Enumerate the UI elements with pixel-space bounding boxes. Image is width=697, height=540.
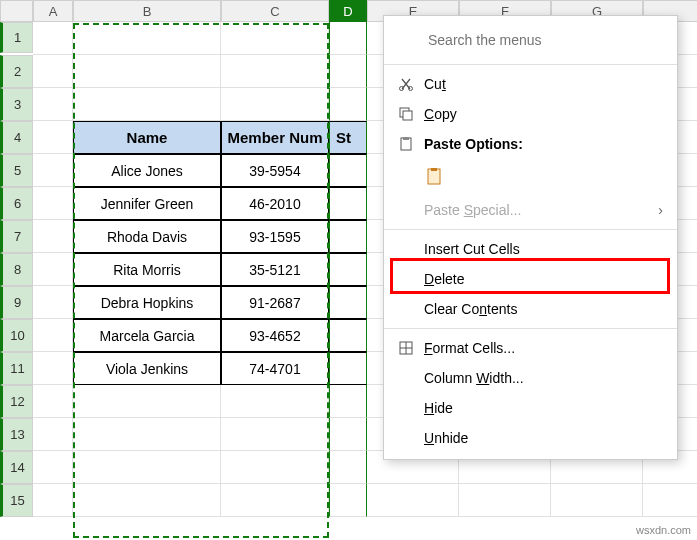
menu-paste-options[interactable]: Paste Options: <box>384 129 677 159</box>
cell[interactable] <box>73 451 221 484</box>
row-8[interactable]: 8 <box>0 253 33 286</box>
row-12[interactable]: 12 <box>0 385 33 418</box>
cell[interactable] <box>33 352 73 385</box>
cell[interactable] <box>221 88 329 121</box>
table-cell[interactable]: Debra Hopkins <box>73 286 221 319</box>
row-11[interactable]: 11 <box>0 352 33 385</box>
cell[interactable] <box>73 22 221 55</box>
table-cell[interactable]: 91-2687 <box>221 286 329 319</box>
menu-delete[interactable]: Delete <box>384 264 677 294</box>
cell[interactable] <box>221 418 329 451</box>
cell[interactable] <box>33 121 73 154</box>
table-cell[interactable]: Rhoda Davis <box>73 220 221 253</box>
cell[interactable] <box>33 418 73 451</box>
menu-hide[interactable]: Hide <box>384 393 677 423</box>
table-cell[interactable] <box>329 352 367 385</box>
format-cells-icon <box>394 340 418 356</box>
col-D[interactable]: D <box>329 0 367 22</box>
table-cell[interactable]: Marcela Garcia <box>73 319 221 352</box>
table-cell[interactable] <box>329 220 367 253</box>
row-15[interactable]: 15 <box>0 484 33 517</box>
cell[interactable] <box>33 22 73 55</box>
table-cell[interactable] <box>329 286 367 319</box>
cell[interactable] <box>329 385 367 418</box>
table-header-st[interactable]: St <box>329 121 367 154</box>
cell[interactable] <box>643 484 697 517</box>
table-cell[interactable]: 74-4701 <box>221 352 329 385</box>
row-9[interactable]: 9 <box>0 286 33 319</box>
cell[interactable] <box>33 286 73 319</box>
cell[interactable] <box>33 319 73 352</box>
cell[interactable] <box>33 154 73 187</box>
row-5[interactable]: 5 <box>0 154 33 187</box>
cell[interactable] <box>221 385 329 418</box>
table-cell[interactable] <box>329 319 367 352</box>
table-cell[interactable]: Rita Morris <box>73 253 221 286</box>
cell[interactable] <box>73 88 221 121</box>
table-cell[interactable]: 46-2010 <box>221 187 329 220</box>
table-cell[interactable] <box>329 253 367 286</box>
col-B[interactable]: B <box>73 0 221 22</box>
cell[interactable] <box>221 55 329 88</box>
cell[interactable] <box>73 418 221 451</box>
cell[interactable] <box>221 484 329 517</box>
cell[interactable] <box>33 88 73 121</box>
table-cell[interactable]: 35-5121 <box>221 253 329 286</box>
cell[interactable] <box>33 385 73 418</box>
cell[interactable] <box>33 220 73 253</box>
cell[interactable] <box>551 484 643 517</box>
cell[interactable] <box>329 484 367 517</box>
table-cell[interactable] <box>329 154 367 187</box>
cell[interactable] <box>367 484 459 517</box>
row-14[interactable]: 14 <box>0 451 33 484</box>
row-10[interactable]: 10 <box>0 319 33 352</box>
menu-clear-contents[interactable]: Clear Contents <box>384 294 677 324</box>
svg-rect-6 <box>428 169 440 184</box>
row-3[interactable]: 3 <box>0 88 33 121</box>
table-cell[interactable]: Viola Jenkins <box>73 352 221 385</box>
cell[interactable] <box>221 451 329 484</box>
menu-copy[interactable]: Copy <box>384 99 677 129</box>
menu-label: Format Cells... <box>424 340 663 356</box>
col-C[interactable]: C <box>221 0 329 22</box>
row-4[interactable]: 4 <box>0 121 33 154</box>
cell[interactable] <box>73 385 221 418</box>
row-6[interactable]: 6 <box>0 187 33 220</box>
menu-unhide[interactable]: Unhide <box>384 423 677 453</box>
table-cell[interactable]: Alice Jones <box>73 154 221 187</box>
select-all-corner[interactable] <box>0 0 33 22</box>
menu-label: Copy <box>424 106 663 122</box>
cell[interactable] <box>329 451 367 484</box>
menu-column-width[interactable]: Column Width... <box>384 363 677 393</box>
col-A[interactable]: A <box>33 0 73 22</box>
menu-search-input[interactable] <box>420 26 663 54</box>
table-header-membernum[interactable]: Member Num <box>221 121 329 154</box>
cell[interactable] <box>33 187 73 220</box>
table-cell[interactable]: 93-4652 <box>221 319 329 352</box>
cell[interactable] <box>73 484 221 517</box>
menu-cut[interactable]: Cut <box>384 69 677 99</box>
cell[interactable] <box>33 253 73 286</box>
menu-insert-cut-cells[interactable]: Insert Cut Cells <box>384 234 677 264</box>
table-cell[interactable]: 39-5954 <box>221 154 329 187</box>
table-cell[interactable]: 93-1595 <box>221 220 329 253</box>
row-13[interactable]: 13 <box>0 418 33 451</box>
cell[interactable] <box>33 451 73 484</box>
cell[interactable] <box>459 484 551 517</box>
cell[interactable] <box>221 22 329 55</box>
cell[interactable] <box>329 418 367 451</box>
cell[interactable] <box>329 55 367 88</box>
cell[interactable] <box>33 55 73 88</box>
row-7[interactable]: 7 <box>0 220 33 253</box>
table-cell[interactable] <box>329 187 367 220</box>
cell[interactable] <box>33 484 73 517</box>
menu-format-cells[interactable]: Format Cells... <box>384 333 677 363</box>
paste-option-button[interactable] <box>384 159 677 195</box>
cell[interactable] <box>329 22 367 55</box>
row-1[interactable]: 1 <box>0 22 33 53</box>
table-header-name[interactable]: Name <box>73 121 221 154</box>
cell[interactable] <box>73 55 221 88</box>
row-2[interactable]: 2 <box>0 55 33 88</box>
table-cell[interactable]: Jennifer Green <box>73 187 221 220</box>
cell[interactable] <box>329 88 367 121</box>
